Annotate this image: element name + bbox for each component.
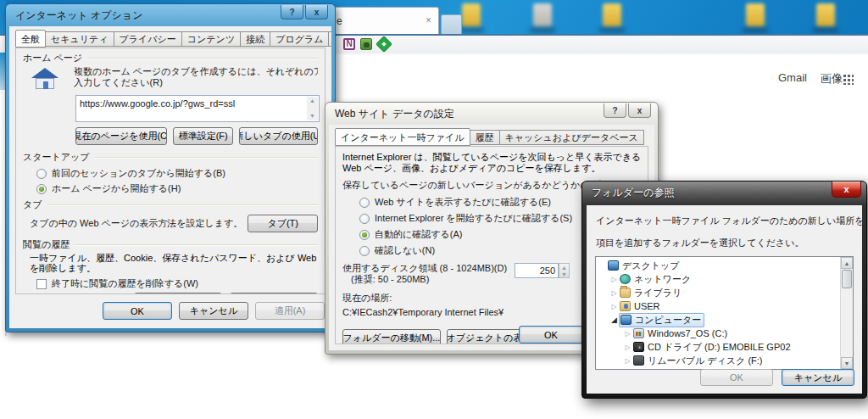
dialog-title: インターネット オプション	[15, 4, 142, 26]
disk-space-stepper[interactable]: ▲ ▼	[559, 263, 570, 278]
scroll-down-icon[interactable]: ▼	[307, 113, 318, 120]
browsing-history-group: 閲覧の履歴	[23, 238, 318, 251]
ok-button[interactable]: OK	[103, 302, 172, 320]
tab-caches-databases[interactable]: キャッシュおよびデータベース	[500, 130, 644, 145]
browse-description: インターネット一時ファイル フォルダーのための新しい場所を選択します。	[596, 215, 862, 227]
tree-item-libraries[interactable]: ▷ ライブラリ	[598, 286, 839, 299]
radio-check-automatically[interactable]	[359, 230, 370, 240]
tab-connections[interactable]: 接続	[241, 31, 270, 47]
browse-for-folder-dialog: フォルダーの参照 x インターネット一時ファイル フォルダーのための新しい場所を…	[581, 181, 867, 399]
tree-item-removable-disk[interactable]: ▷ リムーバブル ディスク (F:)	[598, 354, 839, 367]
cd-drive-icon	[633, 342, 644, 352]
use-default-button[interactable]: 標準設定(F)	[173, 127, 233, 145]
new-tab-button[interactable]	[441, 14, 462, 35]
evernote-icon[interactable]	[360, 38, 372, 50]
startup-group: スタートアップ	[23, 151, 318, 164]
general-tab-page: ホーム ページ 複数のホーム ページのタブを作成するには、それぞれのアドレスを行…	[15, 47, 326, 294]
google-apps-grid-icon[interactable]	[843, 74, 854, 85]
computer-icon	[620, 315, 632, 325]
use-new-tab-button[interactable]: 新しいタブの使用(U)	[239, 127, 318, 145]
disk-space-input[interactable]: 250	[515, 263, 559, 278]
tree-item-user[interactable]: ▷ USER	[598, 299, 839, 313]
gmail-link[interactable]: Gmail	[778, 71, 807, 87]
history-description: 一時ファイル、履歴、Cookie、保存されたパスワード、および Web フォーム…	[30, 253, 318, 263]
tree-item-windows7-os[interactable]: ▷ Windows7_OS (C:)	[598, 327, 839, 340]
tab-privacy[interactable]: プライバシー	[114, 31, 182, 47]
network-icon	[620, 274, 631, 284]
tabs-button[interactable]: タブ(T)	[248, 215, 318, 232]
help-icon[interactable]: ?	[604, 103, 626, 118]
ok-button[interactable]: OK	[519, 326, 583, 344]
disk-space-hint: (推奨: 50 - 250MB)	[351, 274, 509, 285]
images-link[interactable]: 画像	[821, 71, 843, 87]
apply-button: 適用(A)	[255, 302, 325, 320]
move-folder-button[interactable]: フォルダーの移動(M)...	[342, 329, 441, 344]
tab-programs[interactable]: プログラム	[270, 31, 329, 47]
home-page-url-input[interactable]: https://www.google.co.jp/?gws_rd=ssl ▲ ▼	[75, 95, 320, 122]
home-page-group: ホーム ページ	[23, 52, 318, 64]
use-current-page-button[interactable]: 現在のページを使用(C)	[75, 127, 167, 145]
tab-security[interactable]: セキュリティ	[46, 31, 114, 47]
tree-item-cd-drive[interactable]: ▷ CD ドライブ (D:) EMOBILE GP02	[598, 340, 839, 354]
scroll-thumb[interactable]	[842, 270, 852, 288]
libraries-icon	[620, 288, 631, 298]
cancel-button[interactable]: キャンセル	[782, 369, 854, 386]
tab-close-icon[interactable]: ×	[426, 14, 431, 26]
cache-description: Internet Explorer は、閲覧しているページを次回もっと早く表示で…	[342, 152, 641, 163]
radio-check-every-visit[interactable]	[359, 198, 370, 208]
close-icon[interactable]: x	[628, 103, 651, 118]
browser-tab[interactable]: e ×	[329, 7, 439, 35]
onenote-icon[interactable]: N	[343, 38, 355, 50]
scroll-up-icon[interactable]: ▲	[841, 257, 853, 269]
tree-scrollbar[interactable]: ▲ ▼	[840, 257, 853, 369]
tab-content[interactable]: コンテンツ	[182, 31, 241, 47]
windows-drive-icon	[633, 328, 644, 338]
tabs-group: タブ	[23, 198, 318, 211]
stepper-down-icon[interactable]: ▼	[559, 271, 569, 278]
tab-general[interactable]: 全般	[15, 30, 46, 47]
dialog-title: Web サイト データの設定	[335, 103, 454, 125]
desktop-icon	[608, 260, 619, 271]
tree-item-computer[interactable]: ◢ コンピューター	[598, 313, 839, 327]
radio-check-never[interactable]	[359, 246, 370, 256]
radio-start-previous-session[interactable]	[36, 169, 47, 179]
tabs-description: タブの中の Web ページの表示方法を設定します。	[30, 217, 242, 230]
tree-item-network[interactable]: ▷ ネットワーク	[598, 272, 839, 286]
desktop-folder-icon[interactable]	[462, 3, 481, 26]
desktop-folder-icon[interactable]	[746, 3, 765, 26]
scroll-up-icon[interactable]: ▲	[307, 98, 318, 104]
radio-check-every-start[interactable]	[359, 214, 370, 224]
tab-history[interactable]: 履歴	[470, 130, 500, 145]
user-folder-icon	[620, 301, 631, 311]
page-divider	[326, 53, 868, 54]
browser-tab-title: e	[337, 15, 342, 27]
ok-button: OK	[700, 369, 773, 386]
tree-item-desktop[interactable]: デスクトップ	[598, 259, 839, 272]
select-folder-prompt: 項目を追加するフォルダーを選択してください。	[596, 237, 804, 249]
recovery-drive-icon: ↻	[633, 369, 644, 370]
removable-disk-icon	[633, 355, 644, 366]
tab-advanced[interactable]: 詳細設定	[329, 31, 331, 47]
help-icon[interactable]: ?	[281, 5, 303, 20]
tab-temporary-internet-files[interactable]: インターネット一時ファイル	[335, 128, 470, 146]
home-icon	[30, 68, 60, 92]
history-settings-button[interactable]: 設定(S)	[230, 293, 318, 294]
delete-history-on-exit-checkbox[interactable]	[36, 279, 47, 289]
radio-start-home-page[interactable]	[36, 184, 47, 194]
desktop-file-icon[interactable]	[533, 3, 552, 26]
cancel-button[interactable]: キャンセル	[179, 302, 248, 320]
folder-tree: デスクトップ ▷ ネットワーク ▷ ライブラリ ▷	[595, 256, 854, 370]
close-icon[interactable]: x	[832, 182, 861, 198]
url-scrollbar[interactable]: ▲ ▼	[307, 97, 318, 120]
close-icon[interactable]: x	[305, 5, 328, 20]
desktop-folder-icon[interactable]	[816, 3, 835, 26]
dialog-title: フォルダーの参照	[592, 182, 674, 205]
home-page-description: 複数のホーム ページのタブを作成するには、それぞれのアドレスを行で分けて	[74, 66, 318, 77]
scroll-down-icon[interactable]: ▼	[841, 357, 853, 369]
delete-button[interactable]: 削除(D)...	[134, 293, 222, 294]
desktop-folder-icon[interactable]	[603, 3, 621, 26]
stepper-up-icon[interactable]: ▲	[559, 265, 569, 271]
internet-options-dialog: インターネット オプション ? x 全般 セキュリティ プライバシー コンテンツ…	[5, 3, 336, 332]
screen: e × N Gmail 画像 インターネット オプション ? x 全般 セキュリ…	[0, 0, 868, 419]
disk-space-label: 使用するディスク領域 (8 - 1024MB)(D)	[342, 263, 509, 274]
